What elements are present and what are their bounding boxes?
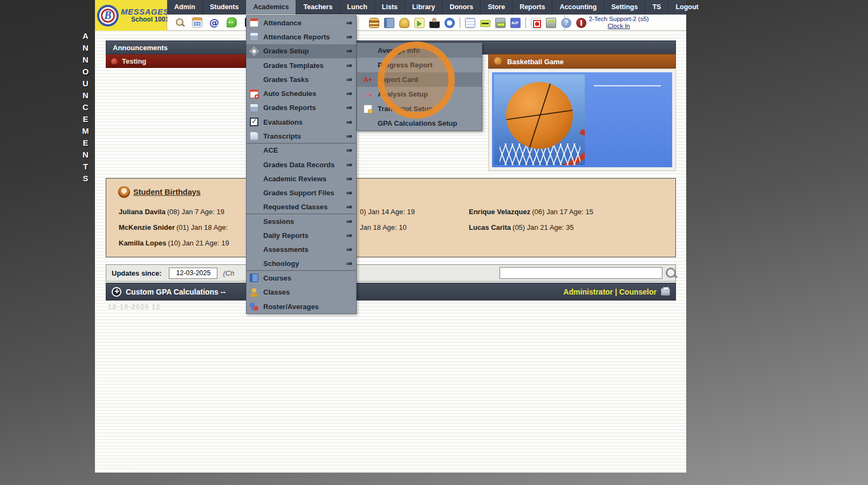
menu-item-label: Requested Classes [263,203,327,211]
updates-date-input[interactable] [169,268,217,279]
nav-tab-label: Settings [611,3,638,11]
menu-item-label: Transcripts [263,132,301,140]
submenu-arrow-icon: ⇒ [346,104,352,112]
basketball-body [488,69,676,171]
autosched-icon [250,90,258,98]
menu-item[interactable]: Sessions ⇒ [247,214,356,228]
printer-icon[interactable] [661,288,670,296]
search-icon[interactable] [665,267,677,279]
menu-item[interactable]: Attendance Reports ⇒ [247,30,356,44]
nav-tab[interactable]: Admin [167,0,203,15]
spreadsheet-icon[interactable] [465,18,475,28]
custom-gpa-bar: Custom GPA Calculations -- Administrator… [106,283,676,300]
nav-tab[interactable]: Lists [375,0,405,15]
menu-item[interactable]: Transcripts ⇒ [247,129,356,143]
money-check-icon[interactable] [480,20,490,27]
nav-tab-label: Students [210,3,238,11]
ball-graphic [506,82,573,149]
nav-tab-label: Logout [675,3,698,11]
binder-icon[interactable] [384,18,394,28]
submenu-item-label: Average Info [378,46,420,54]
send-note-icon[interactable] [414,18,425,28]
menu-item[interactable]: Grades Data Records ⇒ [247,158,356,172]
pdf-icon[interactable] [531,18,541,28]
menu-item[interactable]: Daily Reports ⇒ [247,228,356,242]
submenu-arrow-icon: ⇒ [346,203,352,211]
expand-plus-icon[interactable] [112,287,121,297]
submenu-item[interactable]: Report Card ⇒ [357,72,482,87]
menu-item[interactable]: Evaluations ⇒ [247,115,356,129]
menu-item[interactable]: Requested Classes ⇒ [247,200,356,214]
nav-tab-label: Accounting [559,3,597,11]
menu-item[interactable]: Schoology ⇒ [247,257,356,271]
basketball-header[interactable]: Basketball Game [488,54,676,69]
menu-item-label: Grades Support Files [263,189,334,197]
nav-tab[interactable]: Academics [246,0,296,15]
nav-tab[interactable]: Donors [442,0,481,15]
nav-tab-label: Library [412,3,435,11]
announcements-vertical-label: ANNOUNCEMENTS [81,31,93,186]
nav-tab[interactable]: Store [481,0,512,15]
clock-in-link[interactable]: Clock In [607,23,630,29]
nav-tab-label: Store [488,3,505,11]
ap-badge-icon[interactable] [510,18,521,28]
nav-tab[interactable]: Settings [604,0,645,15]
menu-item-label: Evaluations [263,118,303,126]
roles-label[interactable]: Administrator | Counselor [563,288,657,296]
menu-item[interactable]: Academic Reviews ⇒ [247,172,356,186]
nav-tab[interactable]: Library [405,0,442,15]
pin-icon [111,58,118,65]
bell-icon[interactable] [399,18,409,28]
submenu-item[interactable]: Analysis Setup ⇒ [357,87,482,101]
menu-item[interactable]: Grades Support Files ⇒ [247,186,356,200]
menu-item[interactable]: Grades Templates ⇒ [247,58,356,72]
gear-icon [250,47,258,56]
menu-item-label: Grades Setup [263,47,309,55]
nav-tab[interactable]: Students [203,0,246,15]
announcement-label: Testing [122,57,146,65]
nav-tab[interactable]: Logout [668,0,706,15]
submenu-item[interactable]: Progress Report ⇒ [357,58,482,72]
submenu-item[interactable]: Average Info ⇒ [357,43,482,58]
menu-item[interactable]: Courses ⇒ [247,271,356,285]
sandwich-icon[interactable] [369,18,379,28]
submenu-item[interactable]: Transcript Setup ⇒ [357,101,482,116]
menu-item[interactable]: Attendance ⇒ [247,16,356,30]
menu-item[interactable]: Assessments ⇒ [247,243,356,257]
submenu-arrow-icon: ⇒ [346,47,352,55]
chat-icon[interactable] [227,17,237,28]
menu-item[interactable]: Grades Setup ⇒ [247,44,356,58]
logged-in-user: 2-Tech Support-2 (s5) [568,16,670,23]
submenu-arrow-icon: ⇒ [346,189,352,197]
search-icon[interactable] [175,17,185,28]
menu-item[interactable]: Roster/Averages ⇒ [247,299,356,313]
menu-item[interactable]: Classes ⇒ [247,285,356,299]
menu-item[interactable]: Auto Schedules ⇒ [247,86,356,100]
at-sign-icon[interactable] [209,17,220,28]
submenu-arrow-icon: ⇒ [346,19,352,27]
nav-tab[interactable]: TS [645,0,668,15]
pay-printer-icon[interactable] [495,18,505,28]
birthdays-title[interactable]: Student Birthdays [118,186,201,198]
nav-tab[interactable]: Accounting [552,0,604,15]
person-icon[interactable] [429,18,440,28]
nav-tab[interactable]: Reports [512,0,552,15]
cash-register-icon[interactable] [546,18,556,28]
search-input[interactable] [500,267,662,279]
menu-item-label: Grades Data Records [263,161,334,169]
birthday-entry: Enrique Velazquez(06) Jan 17 Age: 15 [469,204,593,220]
submenu-item[interactable]: GPA Calculations Setup ⇒ [357,116,482,131]
nav-tab-label: Lists [382,3,398,11]
menu-item[interactable]: Grades Reports ⇒ [247,101,356,115]
menu-item[interactable]: Grades Tasks ⇒ [247,72,356,86]
menu-item[interactable]: ACE ⇒ [247,144,356,158]
nav-tab[interactable]: Lunch [340,0,375,15]
printer-icon [250,104,258,112]
birthday-entry: Jan 18 Age: 10 [358,220,415,235]
app-logo[interactable]: B MESSAGES School 1001 [95,0,167,31]
alarm-clock-icon[interactable] [445,18,455,28]
menu-item-label: Schoology [263,259,299,268]
calendar-grid-icon[interactable] [192,17,202,28]
nav-tab[interactable]: Teachers [296,0,340,15]
menu-item-label: Grades Tasks [263,76,309,84]
